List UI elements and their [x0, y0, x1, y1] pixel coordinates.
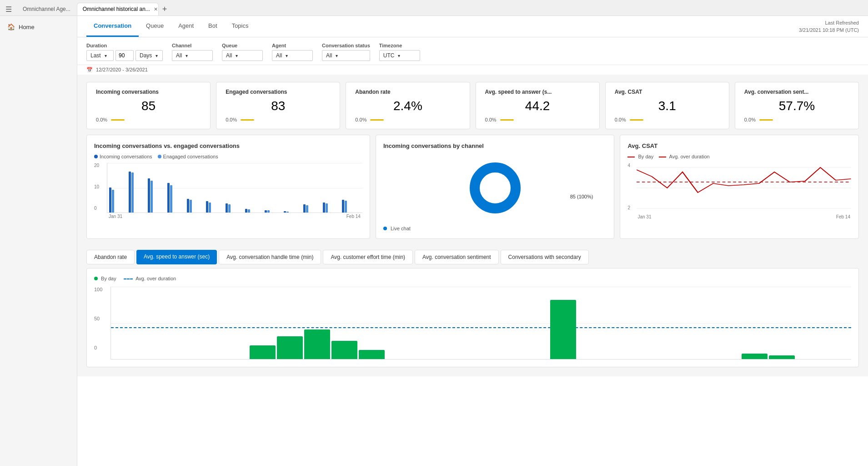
- bottom-tab-secondary[interactable]: Conversations with secondary: [501, 250, 589, 264]
- kpi-card-abandon: Abandon rate 2.4% 0.0%: [346, 82, 470, 129]
- bar-chart-card: Incoming conversations vs. engaged conve…: [86, 135, 370, 239]
- filter-queue-label: Queue: [222, 43, 263, 48]
- bottom-tab-abandon[interactable]: Abandon rate: [86, 250, 135, 264]
- channel-select[interactable]: All ▾: [172, 50, 213, 61]
- sidebar-item-home-label: Home: [19, 24, 35, 30]
- kpi-abandon-delta: 0.0%: [355, 117, 366, 122]
- bottom-chart-area: By day Avg. over duration 100 50 0: [77, 268, 868, 376]
- kpi-incoming-title: Incoming conversations: [96, 89, 201, 95]
- kpi-cards-row: Incoming conversations 85 0.0% Engaged c…: [77, 75, 868, 135]
- bottom-chart-card: By day Avg. over duration 100 50 0: [86, 268, 859, 367]
- tab-conversation[interactable]: Conversation: [86, 16, 139, 37]
- tab-label-2: Omnichannel historical an...: [83, 6, 150, 12]
- legend-avg-duration-bottom: Avg. over duration: [124, 276, 176, 281]
- chevron-down-icon-2: ▾: [156, 53, 158, 58]
- filter-channel: Channel All ▾: [172, 43, 213, 61]
- tab-topics[interactable]: Topics: [225, 16, 256, 37]
- donut-chart-visual: 85 (100%): [383, 154, 607, 222]
- kpi-speed-delta: 0.0%: [485, 117, 497, 122]
- bottom-chart-legend: By day Avg. over duration: [94, 276, 851, 281]
- new-tab-button[interactable]: +: [160, 4, 170, 15]
- browser-tab-bar: ☰ Omnichannel Age... Omnichannel histori…: [0, 0, 868, 16]
- bottom-tab-speed[interactable]: Avg. speed to answer (sec): [136, 250, 217, 264]
- kpi-incoming-delta: 0.0%: [96, 117, 107, 122]
- tab-label-1: Omnichannel Age...: [23, 6, 70, 12]
- kpi-csat-value: 3.1: [615, 99, 720, 113]
- queue-select[interactable]: All ▾: [222, 50, 263, 61]
- filter-duration: Duration Last ▾ Days ▾: [86, 43, 163, 61]
- duration-unit-select[interactable]: Days ▾: [135, 50, 163, 61]
- kpi-card-speed: Avg. speed to answer (s... 44.2 0.0%: [476, 82, 600, 129]
- legend-by-day: By day: [627, 154, 653, 159]
- browser-tab-1[interactable]: Omnichannel Age...: [17, 3, 76, 15]
- sidebar-item-home[interactable]: 🏠 Home: [0, 20, 77, 34]
- date-range-display: 📅 12/27/2020 - 3/26/2021: [77, 65, 868, 75]
- chevron-down-icon-5: ▾: [286, 53, 288, 58]
- timezone-select[interactable]: UTC ▾: [379, 50, 420, 61]
- home-icon: 🏠: [7, 23, 15, 30]
- line-chart-svg: [637, 163, 851, 213]
- bottom-bar-chart: [110, 287, 851, 360]
- donut-svg: [468, 161, 522, 215]
- conv-status-select[interactable]: All ▾: [322, 50, 370, 61]
- legend-by-day-bottom: By day: [94, 276, 116, 281]
- filter-conv-status-label: Conversation status: [322, 43, 370, 48]
- kpi-card-engaged: Engaged conversations 83 0.0%: [216, 82, 340, 129]
- legend-incoming: Incoming conversations: [94, 154, 152, 159]
- kpi-engaged-title: Engaged conversations: [226, 89, 331, 95]
- bottom-chart-visual: 100 50 0: [94, 287, 851, 360]
- tab-agent[interactable]: Agent: [171, 16, 201, 37]
- kpi-card-incoming: Incoming conversations 85 0.0%: [86, 82, 211, 129]
- chevron-down-icon-3: ▾: [186, 53, 188, 58]
- kpi-card-sentiment: Avg. conversation sent... 57.7% 0.0%: [735, 82, 859, 129]
- tab-queue[interactable]: Queue: [139, 16, 171, 37]
- filter-duration-controls: Last ▾ Days ▾: [86, 50, 163, 61]
- tab-bot[interactable]: Bot: [201, 16, 225, 37]
- nav-tabs: Conversation Queue Agent Bot Topics: [86, 16, 256, 37]
- legend-engaged: Enagaged conversations: [158, 154, 218, 159]
- bottom-chart-tabs: Abandon rate Avg. speed to answer (sec) …: [77, 244, 868, 268]
- kpi-engaged-trend-bar: [241, 119, 254, 121]
- line-chart-area: 42 Jan 31 Feb 14: [627, 163, 851, 219]
- agent-select[interactable]: All ▾: [272, 50, 313, 61]
- kpi-engaged-value: 83: [226, 99, 331, 113]
- line-x-labels: Jan 31 Feb 14: [637, 214, 851, 219]
- tab-close-icon[interactable]: ✕: [154, 6, 158, 12]
- line-chart-legend: By day Avg. over duration: [627, 154, 851, 159]
- kpi-abandon-trend-bar: [370, 119, 384, 121]
- filter-conversation-status: Conversation status All ▾: [322, 43, 370, 61]
- filter-agent: Agent All ▾: [272, 43, 313, 61]
- bar-chart-legend: Incoming conversations Enagaged conversa…: [94, 154, 362, 159]
- kpi-engaged-delta: 0.0%: [226, 117, 237, 122]
- kpi-csat-title: Avg. CSAT: [615, 89, 720, 95]
- donut-chart-title: Incoming conversations by channel: [383, 142, 607, 149]
- donut-label: 85 (100%): [570, 194, 593, 199]
- bottom-tab-handle[interactable]: Avg. conversation handle time (min): [219, 250, 321, 264]
- filter-queue: Queue All ▾: [222, 43, 263, 61]
- chevron-down-icon-6: ▾: [336, 53, 338, 58]
- duration-preset-select[interactable]: Last ▾: [86, 50, 114, 61]
- legend-avg-duration: Avg. over duration: [659, 154, 710, 159]
- main-content: Conversation Queue Agent Bot Topics Last…: [77, 16, 868, 466]
- bottom-y-labels: 100 50 0: [94, 287, 102, 350]
- kpi-csat-delta: 0.0%: [615, 117, 626, 122]
- charts-row: Incoming conversations vs. engaged conve…: [77, 135, 868, 244]
- header: Conversation Queue Agent Bot Topics Last…: [77, 16, 868, 37]
- hamburger-icon[interactable]: ☰: [4, 3, 14, 15]
- kpi-speed-title: Avg. speed to answer (s...: [485, 89, 590, 95]
- last-refreshed: Last Refreshed 3/21/2021 10:18 PM (UTC): [799, 19, 859, 34]
- browser-tab-2[interactable]: Omnichannel historical an... ✕: [77, 3, 159, 15]
- duration-value-input[interactable]: [115, 50, 134, 61]
- x-axis-labels: Jan 31 Feb 14: [107, 213, 362, 220]
- kpi-card-csat: Avg. CSAT 3.1 0.0%: [605, 82, 729, 129]
- chevron-down-icon-4: ▾: [236, 53, 238, 58]
- bottom-tab-effort[interactable]: Avg. customer effort time (min): [323, 250, 413, 264]
- donut-chart-card: Incoming conversations by channel 85 (10…: [376, 135, 615, 239]
- last-refreshed-value: 3/21/2021 10:18 PM (UTC): [799, 26, 859, 34]
- bottom-tab-sentiment[interactable]: Avg. conversation sentiment: [415, 250, 499, 264]
- donut-legend: Live chat: [383, 226, 607, 231]
- kpi-sentiment-value: 57.7%: [744, 99, 849, 113]
- line-chart-title: Avg. CSAT: [627, 142, 851, 149]
- kpi-sentiment-title: Avg. conversation sent...: [744, 89, 849, 95]
- kpi-engaged-footer: 0.0%: [226, 117, 331, 122]
